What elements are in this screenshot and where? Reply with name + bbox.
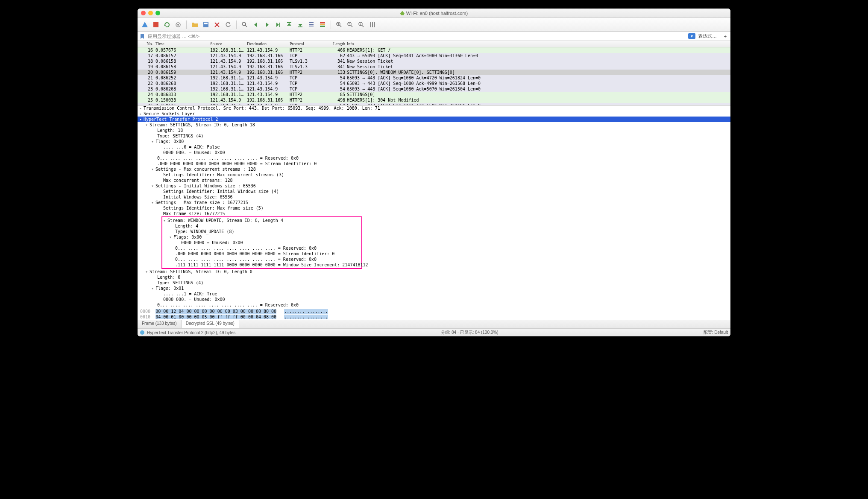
detail-line[interactable]: Max frame size: 16777215: [138, 211, 730, 216]
capture-options-button[interactable]: [173, 20, 183, 29]
detail-line[interactable]: Length: 18: [138, 128, 730, 133]
bookmark-icon[interactable]: [139, 33, 145, 39]
add-filter-button[interactable]: +: [722, 34, 729, 39]
expert-info-icon[interactable]: [140, 330, 144, 335]
detail-line[interactable]: ▸Secure Sockets Layer: [138, 111, 730, 117]
detail-line[interactable]: ▾Flags: 0x00: [162, 234, 361, 240]
detail-line[interactable]: 0000 000. = Unused: 0x00: [138, 297, 730, 302]
hex-ascii: ........ ........: [284, 315, 328, 319]
packet-row[interactable]: 240.086833192.168.31.1…121.43.154.9HTTP2…: [138, 92, 730, 97]
detail-line[interactable]: Type: SETTINGS (4): [138, 280, 730, 286]
detail-line[interactable]: Max concurrent streams: 128: [138, 178, 730, 183]
detail-line[interactable]: Settings Identifier: Initial Windows siz…: [138, 189, 730, 194]
col-info[interactable]: Info: [347, 41, 730, 47]
detail-line[interactable]: ▾Settings - Max frame size : 16777215: [138, 200, 730, 205]
detail-line[interactable]: 0... .... .... .... .... .... .... .... …: [138, 155, 730, 161]
packet-row[interactable]: 220.086268192.168.31.1…121.43.154.9TCP54…: [138, 81, 730, 86]
detail-line[interactable]: .111 1111 1111 1111 0000 0000 0000 0000 …: [162, 262, 361, 268]
hex-offset: 0000: [140, 309, 150, 314]
separator: [236, 20, 237, 29]
packet-row[interactable]: 230.086268192.168.31.1…121.43.154.9TCP54…: [138, 86, 730, 92]
status-left-text: HyperText Transfer Protocol 2 (http2), 4…: [147, 330, 235, 335]
hex-bytes[interactable]: 04 00 01 00 00 00 05 00 ff ff ff 00 00 0…: [155, 315, 276, 319]
go-back-button[interactable]: [251, 20, 261, 29]
detail-line[interactable]: ▾Flags: 0x00: [138, 139, 730, 144]
status-right-text[interactable]: 配置: Default: [704, 330, 728, 336]
col-destination[interactable]: Destination: [247, 41, 290, 47]
display-filter-input[interactable]: [146, 33, 688, 40]
detail-line[interactable]: ▾Stream: SETTINGS, Stream ID: 0, Length …: [138, 122, 730, 128]
packet-row[interactable]: 160.057676192.168.31.1…121.43.154.9HTTP2…: [138, 47, 730, 53]
packet-list-header: No. Time Source Destination Protocol Len…: [138, 41, 730, 47]
detail-line[interactable]: .... ...1 = ACK: True: [138, 291, 730, 297]
go-last-button[interactable]: [296, 20, 305, 29]
col-length[interactable]: Length: [332, 41, 347, 47]
colorize-button[interactable]: [318, 20, 327, 29]
packet-row[interactable]: 250.150033121.43.154.9192.168.31.166HTTP…: [138, 97, 730, 103]
col-no[interactable]: No.: [138, 41, 155, 47]
find-packet-button[interactable]: [240, 20, 249, 29]
detail-line[interactable]: Type: WINDOW_UPDATE (8): [162, 229, 361, 234]
auto-scroll-button[interactable]: [307, 20, 316, 29]
col-source[interactable]: Source: [210, 41, 247, 47]
detail-line[interactable]: ▸Transmission Control Protocol, Src Port…: [138, 105, 730, 111]
packet-row[interactable]: 180.086158121.43.154.9192.168.31.166TLSv…: [138, 58, 730, 64]
col-time[interactable]: Time: [155, 41, 210, 47]
tab-decrypted-ssl[interactable]: Decrypted SSL (49 bytes): [182, 320, 239, 328]
detail-line[interactable]: 0... .... .... .... .... .... .... .... …: [162, 245, 361, 251]
packet-row[interactable]: 210.086252192.168.31.1…121.43.154.9TCP54…: [138, 75, 730, 81]
detail-line[interactable]: .000 0000 0000 0000 0000 0000 0000 0000 …: [162, 251, 361, 257]
svg-rect-4: [204, 23, 208, 24]
hex-bytes[interactable]: 00 00 12 04 00 00 00 00 00 00 03 00 00 0…: [155, 309, 276, 314]
detail-line[interactable]: Length: 0: [138, 274, 730, 280]
detail-line[interactable]: ▾Stream: WINDOW_UPDATE, Stream ID: 0, Le…: [162, 218, 361, 223]
packet-row[interactable]: 190.086158121.43.154.9192.168.31.166TLSv…: [138, 64, 730, 70]
svg-rect-10: [309, 26, 314, 26]
go-first-button[interactable]: [284, 20, 294, 29]
restart-capture-button[interactable]: [162, 20, 172, 29]
go-to-packet-button[interactable]: [273, 20, 283, 29]
go-forward-button[interactable]: [262, 20, 272, 29]
col-protocol[interactable]: Protocol: [290, 41, 332, 47]
resize-columns-button[interactable]: [368, 20, 377, 29]
wireshark-icon: [400, 11, 405, 15]
svg-rect-7: [298, 26, 302, 27]
reload-button[interactable]: [223, 20, 233, 29]
expression-button[interactable]: 表达式…: [698, 33, 717, 39]
packet-row[interactable]: 200.086159121.43.154.9192.168.31.166HTTP…: [138, 70, 730, 75]
detail-line[interactable]: 0... .... .... .... .... .... .... .... …: [138, 302, 730, 308]
zoom-in-button[interactable]: [334, 20, 344, 29]
filter-dropdown[interactable]: ▾: [688, 33, 695, 39]
packet-bytes-pane[interactable]: 0000 00 00 12 04 00 00 00 00 00 00 03 00…: [138, 308, 730, 320]
detail-line[interactable]: .... ...0 = ACK: False: [138, 144, 730, 150]
detail-line[interactable]: ▾Stream: SETTINGS, Stream ID: 0, Length …: [138, 269, 730, 274]
zoom-reset-button[interactable]: 1: [357, 20, 366, 29]
stop-capture-button[interactable]: [151, 20, 161, 29]
display-filter-bar: ▾ 表达式… +: [138, 32, 730, 41]
detail-line[interactable]: .000 0000 0000 0000 0000 0000 0000 0000 …: [138, 161, 730, 166]
detail-line[interactable]: ▾Flags: 0x01: [138, 286, 730, 291]
detail-line[interactable]: Type: SETTINGS (4): [138, 133, 730, 139]
packet-details-pane[interactable]: ▸Transmission Control Protocol, Src Port…: [138, 105, 730, 308]
svg-point-5: [242, 22, 246, 26]
detail-line-selected[interactable]: ▾HyperText Transfer Protocol 2: [138, 117, 730, 122]
save-file-button[interactable]: [201, 20, 211, 29]
packet-row[interactable]: 170.086152121.43.154.9192.168.31.166TCP6…: [138, 53, 730, 58]
detail-line[interactable]: 0... .... .... .... .... .... .... .... …: [162, 257, 361, 262]
detail-line[interactable]: Settings Identifier: Max concurrent stre…: [138, 172, 730, 178]
detail-line[interactable]: Length: 4: [162, 223, 361, 229]
svg-point-2: [177, 24, 179, 26]
detail-line[interactable]: 0000 0000 = Unused: 0x00: [162, 240, 361, 245]
close-file-button[interactable]: [212, 20, 222, 29]
detail-line[interactable]: ▾Settings - Max concurrent streams : 128: [138, 166, 730, 172]
highlighted-region: ▾Stream: WINDOW_UPDATE, Stream ID: 0, Le…: [161, 216, 362, 269]
detail-line[interactable]: Settings Identifier: Max frame size (5): [138, 205, 730, 211]
detail-line[interactable]: ▾Settings - Initial Windows size : 65536: [138, 183, 730, 189]
tab-frame[interactable]: Frame (133 bytes): [138, 320, 182, 328]
start-capture-button[interactable]: [140, 20, 150, 29]
detail-line[interactable]: Initial Windows Size: 65536: [138, 194, 730, 200]
detail-line[interactable]: 0000 000. = Unused: 0x00: [138, 150, 730, 155]
open-file-button[interactable]: [190, 20, 199, 29]
zoom-out-button[interactable]: [346, 20, 355, 29]
packet-list-pane[interactable]: No. Time Source Destination Protocol Len…: [138, 41, 730, 105]
